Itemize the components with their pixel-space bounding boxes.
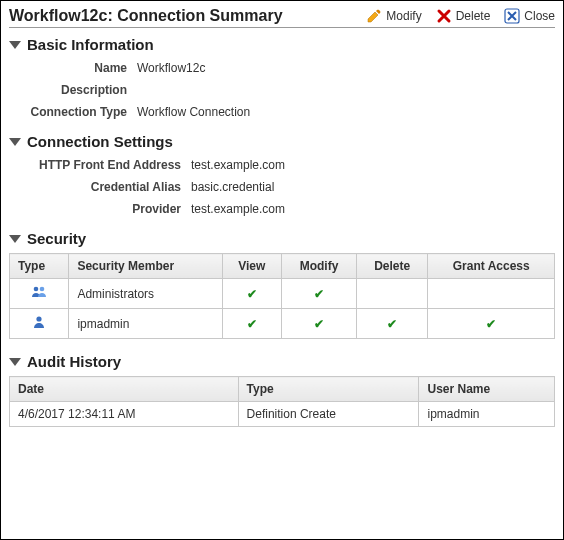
col-modify: Modify	[282, 254, 357, 279]
cell-modify: ✔	[282, 309, 357, 339]
col-member: Security Member	[69, 254, 222, 279]
close-icon	[504, 8, 520, 24]
conn-prov-label: Provider	[9, 202, 191, 216]
modify-button[interactable]: Modify	[366, 8, 421, 24]
svg-point-2	[40, 287, 45, 292]
check-icon: ✔	[247, 317, 257, 331]
cell-type: Definition Create	[238, 402, 419, 427]
cell-delete	[357, 279, 428, 309]
cell-grant	[428, 279, 555, 309]
conn-heading: Connection Settings	[27, 133, 173, 150]
cell-modify: ✔	[282, 279, 357, 309]
modify-label: Modify	[386, 9, 421, 23]
cell-date: 4/6/2017 12:34:11 AM	[10, 402, 239, 427]
cell-type	[10, 279, 69, 309]
basic-ctype-value: Workflow Connection	[137, 105, 250, 119]
delete-label: Delete	[456, 9, 491, 23]
disclosure-icon[interactable]	[9, 41, 21, 49]
basic-name-label: Name	[9, 61, 137, 75]
cell-member: Administrators	[69, 279, 222, 309]
user-icon	[31, 314, 47, 330]
cell-delete: ✔	[357, 309, 428, 339]
table-row: Administrators✔✔	[10, 279, 555, 309]
cell-user: ipmadmin	[419, 402, 555, 427]
delete-button[interactable]: Delete	[436, 8, 491, 24]
basic-ctype-label: Connection Type	[9, 105, 137, 119]
section-audit: Audit History Date Type User Name 4/6/20…	[9, 353, 555, 427]
security-table: Type Security Member View Modify Delete …	[9, 253, 555, 339]
basic-desc-label: Description	[9, 83, 137, 97]
pencil-icon	[366, 8, 382, 24]
conn-cred-label: Credential Alias	[9, 180, 191, 194]
check-icon: ✔	[387, 317, 397, 331]
section-basic: Basic Information Name Workflow12c Descr…	[9, 36, 555, 119]
audit-table: Date Type User Name 4/6/2017 12:34:11 AM…	[9, 376, 555, 427]
check-icon: ✔	[486, 317, 496, 331]
cell-member: ipmadmin	[69, 309, 222, 339]
table-header-row: Date Type User Name	[10, 377, 555, 402]
col-delete: Delete	[357, 254, 428, 279]
cell-view: ✔	[222, 279, 281, 309]
header-bar: Workflow12c: Connection Summary Modify D…	[9, 7, 555, 28]
disclosure-icon[interactable]	[9, 235, 21, 243]
check-icon: ✔	[314, 287, 324, 301]
section-connection: Connection Settings HTTP Front End Addre…	[9, 133, 555, 216]
basic-heading: Basic Information	[27, 36, 154, 53]
cell-grant: ✔	[428, 309, 555, 339]
conn-http-label: HTTP Front End Address	[9, 158, 191, 172]
audit-heading: Audit History	[27, 353, 121, 370]
security-heading: Security	[27, 230, 86, 247]
disclosure-icon[interactable]	[9, 358, 21, 366]
col-user: User Name	[419, 377, 555, 402]
page-title: Workflow12c: Connection Summary	[9, 7, 366, 25]
cell-view: ✔	[222, 309, 281, 339]
section-security: Security Type Security Member View Modif…	[9, 230, 555, 339]
disclosure-icon[interactable]	[9, 138, 21, 146]
close-button[interactable]: Close	[504, 8, 555, 24]
check-icon: ✔	[247, 287, 257, 301]
table-row: ipmadmin✔✔✔✔	[10, 309, 555, 339]
table-header-row: Type Security Member View Modify Delete …	[10, 254, 555, 279]
check-icon: ✔	[314, 317, 324, 331]
col-date: Date	[10, 377, 239, 402]
conn-http-value: test.example.com	[191, 158, 285, 172]
col-type: Type	[238, 377, 419, 402]
close-label: Close	[524, 9, 555, 23]
delete-x-icon	[436, 8, 452, 24]
basic-name-value: Workflow12c	[137, 61, 205, 75]
table-row: 4/6/2017 12:34:11 AMDefinition Createipm…	[10, 402, 555, 427]
col-view: View	[222, 254, 281, 279]
group-icon	[31, 284, 47, 300]
svg-point-1	[34, 287, 39, 292]
col-type: Type	[10, 254, 69, 279]
cell-type	[10, 309, 69, 339]
conn-prov-value: test.example.com	[191, 202, 285, 216]
svg-point-3	[37, 316, 42, 321]
conn-cred-value: basic.credential	[191, 180, 274, 194]
toolbar: Modify Delete Close	[366, 8, 555, 24]
col-grant: Grant Access	[428, 254, 555, 279]
